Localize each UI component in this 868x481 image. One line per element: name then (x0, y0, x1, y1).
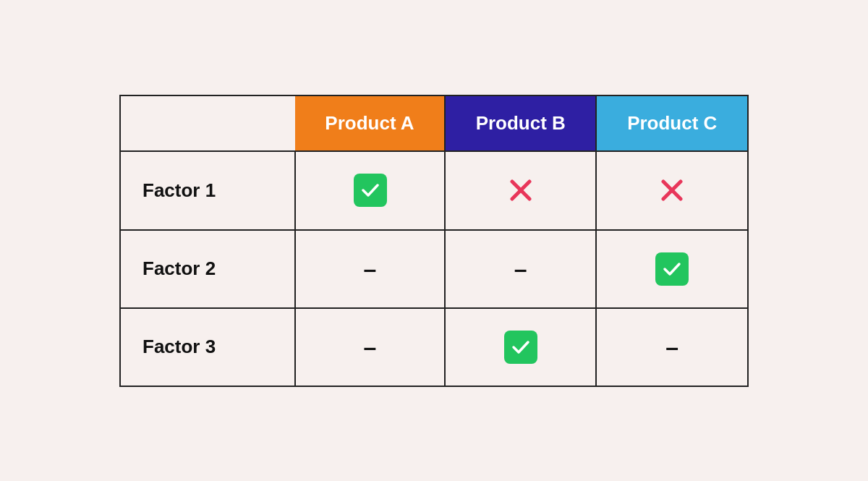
header-product-b-label: Product B (476, 112, 566, 134)
comparison-table: Product A Product B Product C Factor 1 (119, 95, 749, 387)
cell-product-c-row-1 (596, 151, 748, 230)
header-empty-cell (120, 95, 295, 151)
header-product-c-label: Product C (627, 112, 717, 134)
header-product-c: Product C (596, 95, 748, 151)
factor-label-1: Factor 1 (120, 151, 295, 230)
table-row: Factor 2 – – (120, 230, 748, 308)
check-icon (504, 331, 537, 364)
check-icon (354, 174, 387, 207)
factor-label-2: Factor 2 (120, 230, 295, 308)
dash-icon: – (514, 256, 527, 282)
cell-product-b-row-1 (445, 151, 596, 230)
x-icon (655, 174, 689, 207)
cell-product-c-row-3: – (596, 308, 748, 386)
cell-product-b-row-3 (445, 308, 596, 386)
dash-icon: – (665, 334, 678, 360)
cell-product-a-row-3: – (295, 308, 445, 386)
header-product-a-label: Product A (325, 112, 414, 134)
cell-product-a-row-2: – (295, 230, 445, 308)
dash-icon: – (364, 334, 377, 360)
cell-product-c-row-2 (596, 230, 748, 308)
check-icon (655, 252, 689, 286)
factor-label-3: Factor 3 (120, 308, 295, 386)
table-row: Factor 3 – – (120, 308, 748, 386)
header-product-a: Product A (295, 95, 445, 151)
table-row: Factor 1 (120, 151, 748, 230)
dash-icon: – (364, 256, 377, 282)
comparison-table-wrapper: Product A Product B Product C Factor 1 (119, 95, 749, 387)
x-icon (504, 174, 537, 207)
cell-product-b-row-2: – (445, 230, 596, 308)
header-product-b: Product B (445, 95, 596, 151)
cell-product-a-row-1 (295, 151, 445, 230)
